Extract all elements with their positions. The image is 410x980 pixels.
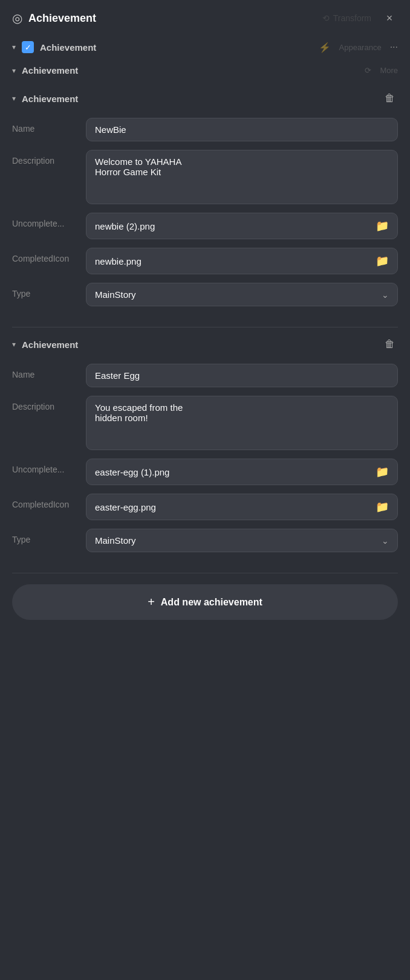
header-left: ◎ Achievement: [12, 11, 96, 25]
folder-icon-1b[interactable]: 📁: [376, 254, 389, 268]
achievement-block-1: ▾ Achievement 🗑 Name Description Welcome…: [0, 82, 410, 327]
top-section-2-label: Achievement: [22, 65, 78, 76]
top-section-2: ▾ Achievement ⟳ More: [0, 59, 410, 82]
award-icon: ◎: [12, 11, 22, 25]
header: ◎ Achievement ⟲ Transform ×: [0, 0, 410, 35]
achievement-1-uncompleted-value: newbie (2).png: [95, 221, 155, 231]
achievement-1-completed-value: newbie.png: [95, 256, 142, 266]
chevron-down-icon-2: ⌄: [382, 536, 389, 546]
achievement-2-name-row: Name: [12, 364, 398, 387]
collapse-arrow-2[interactable]: ▾: [12, 66, 16, 75]
collapse-arrow-1[interactable]: ▾: [12, 43, 16, 51]
achievement-header-2-left: ▾ Achievement: [12, 340, 78, 350]
dots-menu-1[interactable]: ···: [390, 42, 398, 53]
achievement-header-2: ▾ Achievement 🗑: [12, 336, 398, 353]
folder-icon-2a[interactable]: 📁: [376, 465, 389, 479]
achievement-1-name-input[interactable]: [86, 118, 398, 141]
appearance-label[interactable]: Appearance: [339, 43, 382, 52]
add-achievement-label: Add new achievement: [161, 597, 262, 608]
achievement-1-description-label: Description: [12, 150, 79, 166]
achievement-2-description-label: Description: [12, 396, 79, 411]
header-title: Achievement: [28, 12, 96, 25]
folder-icon-1a[interactable]: 📁: [376, 219, 389, 233]
top-section-1-left: ▾ ✓ Achievement: [12, 41, 96, 53]
achievement-1-name-row: Name: [12, 118, 398, 141]
achievement-2-type-row: Type MainStory ⌄: [12, 529, 398, 552]
achievement-2-name-input[interactable]: [86, 364, 398, 387]
more-icon: ⟳: [365, 66, 371, 75]
achievement-1-type-select[interactable]: MainStory ⌄: [86, 283, 398, 306]
achievement-header-1-left: ▾ Achievement: [12, 94, 78, 104]
achievement-1-section-label: Achievement: [22, 94, 78, 104]
divider-2: [12, 573, 398, 573]
achievement-1-type-value: MainStory: [95, 289, 136, 300]
achievement-1-type-label: Type: [12, 283, 79, 298]
achievement-2-name-label: Name: [12, 364, 79, 379]
top-section-1-label: Achievement: [40, 42, 96, 53]
achievement-1-uncompleted-label: Uncomplete...: [12, 213, 79, 228]
collapse-arrow-a1[interactable]: ▾: [12, 94, 16, 103]
achievement-2-uncompleted-row: Uncomplete... easter-egg (1).png 📁: [12, 459, 398, 485]
appearance-icon: ⚡: [319, 42, 331, 53]
achievement-2-completed-file[interactable]: easter-egg.png 📁: [86, 494, 398, 520]
achievement-2-completed-label: CompletedIcon: [12, 494, 79, 509]
add-achievement-button[interactable]: + Add new achievement: [12, 584, 398, 620]
transform-icon: ⟲: [322, 13, 330, 23]
collapse-arrow-a2[interactable]: ▾: [12, 340, 16, 349]
achievement-2-uncompleted-value: easter-egg (1).png: [95, 467, 169, 477]
achievement-1-uncompleted-row: Uncomplete... newbie (2).png 📁: [12, 213, 398, 239]
top-section-2-left: ▾ Achievement: [12, 65, 78, 76]
trash-button-2[interactable]: 🗑: [381, 336, 398, 353]
chevron-down-icon-1: ⌄: [382, 290, 389, 300]
top-section-2-right: ⟳ More: [365, 66, 398, 75]
checkbox-icon[interactable]: ✓: [22, 41, 34, 53]
header-right: ⟲ Transform ×: [322, 10, 398, 27]
achievement-2-type-value: MainStory: [95, 535, 136, 546]
plus-icon: +: [148, 595, 155, 609]
folder-icon-2b[interactable]: 📁: [376, 500, 389, 514]
top-section-1-right: ⚡ Appearance ···: [319, 42, 398, 53]
achievement-1-completed-file[interactable]: newbie.png 📁: [86, 248, 398, 274]
achievement-2-uncompleted-label: Uncomplete...: [12, 459, 79, 474]
achievement-1-description-input[interactable]: Welcome to YAHAHA Horror Game Kit: [86, 150, 398, 204]
transform-label: ⟲ Transform: [322, 13, 371, 23]
trash-button-1[interactable]: 🗑: [381, 90, 398, 107]
achievement-1-completed-row: CompletedIcon newbie.png 📁: [12, 248, 398, 274]
close-button[interactable]: ×: [381, 10, 398, 27]
achievement-2-completed-value: easter-egg.png: [95, 502, 156, 512]
achievement-1-uncompleted-file[interactable]: newbie (2).png 📁: [86, 213, 398, 239]
achievement-2-type-select[interactable]: MainStory ⌄: [86, 529, 398, 552]
achievement-2-description-row: Description You escaped from the hidden …: [12, 396, 398, 450]
more-label[interactable]: More: [380, 66, 398, 75]
top-section-1: ▾ ✓ Achievement ⚡ Appearance ···: [0, 35, 410, 59]
achievement-header-1: ▾ Achievement 🗑: [12, 90, 398, 107]
achievement-2-type-label: Type: [12, 529, 79, 544]
achievement-1-description-row: Description Welcome to YAHAHA Horror Gam…: [12, 150, 398, 204]
achievement-1-completed-label: CompletedIcon: [12, 248, 79, 263]
achievement-2-uncompleted-file[interactable]: easter-egg (1).png 📁: [86, 459, 398, 485]
achievement-2-completed-row: CompletedIcon easter-egg.png 📁: [12, 494, 398, 520]
achievement-1-type-row: Type MainStory ⌄: [12, 283, 398, 306]
achievement-1-name-label: Name: [12, 118, 79, 134]
achievement-2-description-input[interactable]: You escaped from the hidden room!: [86, 396, 398, 450]
achievement-block-2: ▾ Achievement 🗑 Name Description You esc…: [0, 327, 410, 573]
achievement-2-section-label: Achievement: [22, 340, 78, 350]
